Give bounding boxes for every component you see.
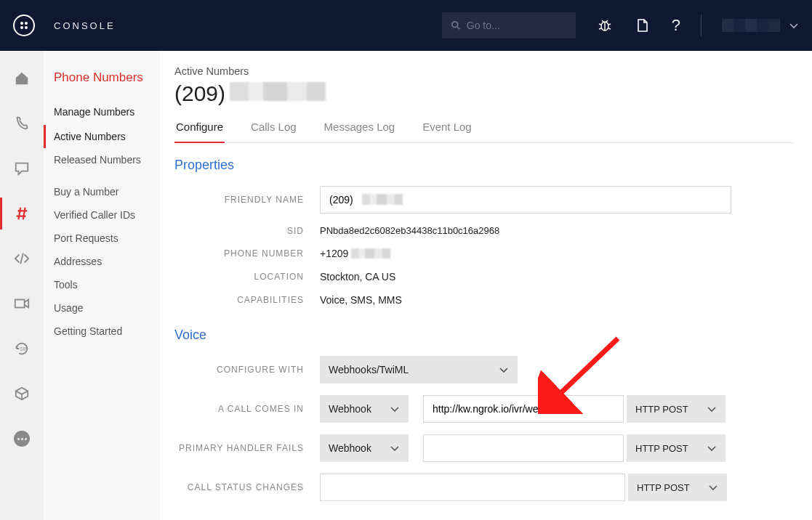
select-configure-with[interactable]: Webhooks/TwiML (320, 356, 518, 383)
debug-icon[interactable] (596, 18, 614, 33)
chevron-down-icon (499, 365, 509, 375)
redacted-phone-number (351, 248, 390, 259)
divider (701, 15, 702, 36)
document-icon[interactable] (634, 18, 651, 33)
sidebar-item-usage[interactable]: Usage (44, 296, 160, 320)
chevron-down-icon (707, 443, 717, 453)
rail-more-icon[interactable] (0, 427, 44, 450)
value-sid: PNbda8ed2c6082eb34438c11b0c16a2968 (320, 225, 499, 236)
rail-phone-icon[interactable] (0, 112, 44, 135)
search-icon (451, 20, 461, 31)
select-primary-fails-method[interactable]: HTTP POST (627, 434, 725, 462)
value-phone-number: +1209 (320, 248, 390, 259)
topbar: CONSOLE Go to... ? (0, 0, 812, 51)
label-phone-number: PHONE NUMBER (174, 248, 320, 259)
sidebar-item-port[interactable]: Port Requests (44, 227, 160, 250)
tab-calls-log[interactable]: Calls Log (249, 116, 298, 142)
select-status-changes-method[interactable]: HTTP POST (628, 474, 727, 501)
chevron-down-icon (789, 20, 799, 31)
svg-point-1 (25, 22, 28, 25)
rail-package-icon[interactable] (0, 382, 44, 405)
search-input[interactable]: Go to... (442, 12, 576, 38)
svg-line-12 (602, 20, 603, 22)
page-title-areacode: (209) (174, 81, 225, 106)
sidebar-section-manage[interactable]: Manage Numbers (44, 102, 160, 125)
rail-video-icon[interactable] (0, 292, 44, 315)
logo-icon[interactable] (13, 15, 35, 36)
sidebar-item-tools[interactable]: Tools (44, 273, 160, 296)
label-call-comes-in: A CALL COMES IN (174, 404, 320, 414)
input-call-comes-in-url[interactable] (423, 395, 624, 423)
label-configure-with: CONFIGURE WITH (174, 365, 320, 375)
svg-line-10 (599, 28, 602, 29)
user-name-redacted (722, 19, 780, 32)
console-label[interactable]: CONSOLE (54, 20, 116, 31)
svg-point-2 (20, 26, 23, 29)
select-call-comes-in-type[interactable]: Webhook (320, 395, 409, 423)
svg-rect-14 (15, 300, 25, 308)
label-primary-fails: PRIMARY HANDLER FAILS (174, 443, 320, 453)
sidebar-title[interactable]: Phone Numbers (44, 70, 160, 102)
svg-text:SIP: SIP (20, 346, 27, 352)
value-capabilities: Voice, SMS, MMS (320, 294, 402, 306)
label-status-changes: CALL STATUS CHANGES (174, 482, 320, 492)
sidebar: Phone Numbers Manage Numbers Active Numb… (44, 51, 160, 520)
help-icon[interactable]: ? (672, 16, 680, 35)
label-capabilities: CAPABILITIES (174, 295, 320, 305)
user-menu[interactable] (722, 19, 799, 32)
svg-point-4 (452, 22, 458, 28)
svg-point-0 (20, 22, 23, 25)
icon-rail: SIP (0, 51, 44, 520)
sidebar-item-verified[interactable]: Verified Caller IDs (44, 203, 160, 227)
sidebar-item-addresses[interactable]: Addresses (44, 250, 160, 273)
svg-line-5 (457, 27, 460, 30)
rail-code-icon[interactable] (0, 247, 44, 270)
section-voice: Voice (174, 328, 793, 343)
section-properties: Properties (174, 158, 793, 173)
rail-chat-icon[interactable] (0, 157, 44, 180)
search-placeholder: Go to... (467, 20, 500, 31)
content: Active Numbers (209) Configure Calls Log… (160, 51, 812, 520)
tab-event-log[interactable]: Event Log (421, 116, 473, 142)
chevron-down-icon (390, 443, 400, 453)
breadcrumb[interactable]: Active Numbers (174, 65, 793, 77)
sidebar-item-buy[interactable]: Buy a Number (44, 180, 160, 203)
input-primary-fails-url[interactable] (423, 434, 624, 462)
svg-line-13 (606, 20, 608, 22)
sidebar-item-getting-started[interactable]: Getting Started (44, 320, 160, 343)
svg-line-8 (599, 24, 602, 25)
rail-hash-icon[interactable] (0, 202, 44, 225)
input-status-changes-url[interactable] (320, 474, 625, 501)
sidebar-item-released-numbers[interactable]: Released Numbers (44, 148, 160, 171)
redacted-friendly-name (362, 194, 403, 205)
chevron-down-icon (707, 404, 717, 414)
rail-sip-icon[interactable]: SIP (0, 337, 44, 360)
svg-line-11 (608, 28, 611, 29)
label-friendly-name: FRIENDLY NAME (174, 195, 320, 205)
chevron-down-icon (708, 482, 718, 492)
tabs: Configure Calls Log Messages Log Event L… (174, 116, 793, 143)
chevron-down-icon (390, 404, 400, 414)
label-sid: SID (174, 226, 320, 236)
tab-configure[interactable]: Configure (174, 116, 225, 143)
rail-home-icon[interactable] (0, 67, 44, 90)
redacted-number (230, 82, 326, 101)
tab-messages-log[interactable]: Messages Log (323, 116, 397, 142)
svg-line-9 (608, 24, 611, 25)
svg-point-3 (25, 26, 28, 29)
value-location: Stockton, CA US (320, 271, 395, 283)
select-call-comes-in-method[interactable]: HTTP POST (627, 395, 725, 423)
label-location: LOCATION (174, 272, 320, 282)
select-primary-fails-type[interactable]: Webhook (320, 434, 409, 462)
page-title: (209) (174, 81, 793, 106)
sidebar-item-active-numbers[interactable]: Active Numbers (44, 125, 160, 148)
